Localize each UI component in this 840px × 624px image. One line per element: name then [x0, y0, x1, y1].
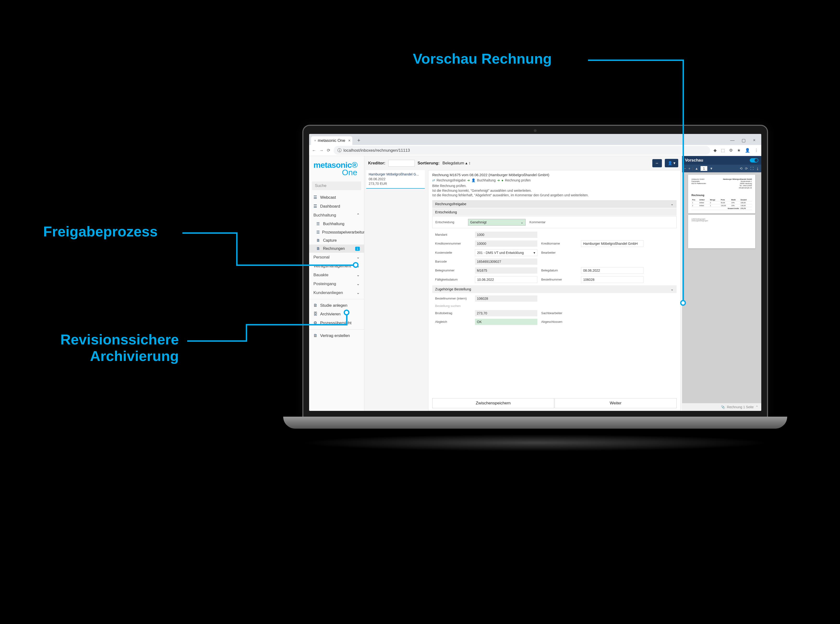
kreditorname-label: Kreditorname	[541, 242, 577, 245]
rotate-icon[interactable]: ⟲	[740, 167, 743, 170]
anno-dot	[353, 262, 358, 268]
kreditornummer-value: 10000	[475, 241, 537, 247]
invoice-list: Hamburger Möbelgroßhandel G... 08.06.202…	[364, 170, 427, 411]
ext-icon[interactable]: 👤	[745, 148, 750, 153]
bestellung-suchen-link[interactable]: Bestellung suchen	[435, 304, 471, 308]
back-icon[interactable]: ←	[312, 148, 316, 153]
pin-icon[interactable]: 📌	[680, 172, 681, 179]
sidebar-group-personal[interactable]: Personal⌄	[309, 253, 364, 262]
menu-icon[interactable]: ⋮	[754, 148, 758, 153]
sidebar-item-webcast[interactable]: ☰Webcast	[309, 193, 364, 202]
url-input[interactable]: ⓘ localhost/inboxes/rechnungen/11113	[334, 146, 710, 155]
reload-icon[interactable]: ⟳	[327, 148, 330, 153]
page-up-icon[interactable]: ▲	[693, 167, 698, 170]
sidebar-item-dashboard[interactable]: ☰Dashboard	[309, 202, 364, 211]
anno-line	[246, 324, 247, 342]
chevron-down-icon: ⌄	[670, 287, 674, 291]
download-icon[interactable]: ⭳	[756, 167, 759, 170]
faelligkeit-value[interactable]: 10.06.2022	[475, 276, 537, 283]
ext-icon[interactable]: ⚙	[729, 148, 733, 153]
abgleich-label: Abgleich	[435, 320, 471, 323]
preview-footer: 📎 Rechnung 1 Seite ⌃	[682, 403, 761, 411]
attachment-icon: 📎	[721, 405, 725, 409]
sidebar-group-posteingang[interactable]: Posteingang⌄	[309, 280, 364, 288]
sidebar-item-rechnungen[interactable]: 🗎Rechnungen1	[309, 244, 364, 253]
ext-icon[interactable]: ◆	[713, 148, 716, 153]
sortierung-value[interactable]: Belegdatum ▴ ↕	[442, 161, 471, 165]
chevron-up-icon: ⌃	[357, 213, 360, 218]
preview-toggle[interactable]	[750, 158, 758, 162]
entscheidung-select[interactable]: Genehmigt⌄	[468, 219, 526, 226]
new-tab-button[interactable]: +	[355, 136, 363, 145]
minimize-icon[interactable]: —	[730, 138, 734, 143]
chevron-down-icon: ⌄	[357, 255, 360, 259]
anno-line	[236, 264, 355, 266]
mandant-label: Mandant	[435, 233, 471, 236]
chevron-down-icon: ⌄	[357, 290, 360, 295]
belegdatum-label: Belegdatum	[541, 269, 577, 272]
sidebar-item-prozessuebersicht[interactable]: ⚙Prozessübersicht	[309, 318, 364, 327]
zoom-out-icon[interactable]: −	[684, 167, 686, 170]
workflow-breadcrumb: ⇄ Rechnungsfreigabe ➜ 👤 Buchhaltung ➜ ● …	[432, 178, 676, 182]
doc-page-1: metasonic GmbHParkstraße85276 Pfaffenhof…	[688, 175, 755, 213]
bestellnr-intern-value: 106028	[475, 295, 537, 302]
continue-button[interactable]: Weiter	[554, 398, 676, 408]
kostenstelle-select[interactable]: 201 - DMS VT und Entwicklung▾	[475, 249, 537, 256]
search-input[interactable]: Suche	[312, 181, 361, 190]
forward-icon[interactable]: →	[320, 148, 324, 153]
save-button[interactable]: Zwischenspeichern	[432, 398, 554, 408]
section-bestellung[interactable]: Zugehörige Bestellung⌄	[432, 285, 676, 293]
list-icon: ☰	[316, 221, 321, 226]
browser-toolbar: ← → ⟳ ⓘ localhost/inboxes/rechnungen/111…	[309, 145, 761, 156]
bestellnummer-label: Bestellnummer	[541, 278, 577, 281]
belegnummer-label: Belegnummer	[435, 269, 471, 272]
faelligkeit-label: Fälligkeitsdatum	[435, 278, 471, 281]
sidebar-item-capture[interactable]: 🗎Capture	[309, 236, 364, 244]
sidebar-item-prozessstapel[interactable]: ☰Prozessstapelverarbeitung	[309, 228, 364, 236]
list-item-date: 08.06.2022	[369, 177, 422, 182]
sidebar-group-buchhaltung[interactable]: Buchhaltung⌃	[309, 211, 364, 219]
ext-icon[interactable]: ⬚	[721, 148, 725, 153]
document-viewer[interactable]: metasonic GmbHParkstraße85276 Pfaffenhof…	[682, 172, 761, 403]
page-down-icon[interactable]: ▼	[710, 167, 713, 170]
document-icon: 🗎	[316, 247, 321, 251]
sidebar-item-archivieren[interactable]: 🗄Archivieren	[309, 310, 364, 318]
sidebar-item-studie[interactable]: 🗎Studie anlegen	[309, 301, 364, 310]
ext-icon[interactable]: ★	[737, 148, 741, 153]
app: metasonic® One Suche ☰Webcast ☰Dashboard…	[309, 156, 761, 411]
close-icon[interactable]: ×	[348, 139, 351, 143]
toolbar-button-1[interactable]: ↔	[652, 159, 662, 167]
logo: metasonic® One	[309, 159, 364, 181]
content-row: Hamburger Möbelgroßhandel G... 08.06.202…	[364, 170, 682, 411]
chevron-down-icon: ▾	[534, 251, 535, 255]
kreditor-input[interactable]	[388, 160, 415, 167]
zoom-in-icon[interactable]: +	[688, 167, 690, 170]
rotate-icon[interactable]: ⟳	[745, 167, 748, 170]
doc-page-2: LieferbedingungenZahlungsbedingungen	[688, 215, 755, 249]
list-item[interactable]: Hamburger Möbelgroßhandel G... 08.06.202…	[366, 170, 425, 188]
sidebar-item-buchhaltung[interactable]: ☰Buchhaltung	[309, 219, 364, 228]
anno-dot	[344, 310, 349, 315]
bearbeiter-label: Bearbeiter	[541, 251, 577, 255]
sidebar-item-vertrag-erstellen[interactable]: 🗎Vertrag erstellen	[309, 331, 364, 340]
mandant-value: 1000	[475, 232, 537, 238]
document-icon: 🗎	[313, 303, 318, 308]
maximize-icon[interactable]: ▢	[741, 138, 746, 143]
browser-tab[interactable]: ▫ metasonic One ×	[311, 136, 352, 145]
sidebar-group-bauakte[interactable]: Bauakte⌄	[309, 270, 364, 280]
belegnummer-value: M1675	[475, 267, 537, 273]
abgleich-value: OK	[475, 319, 537, 325]
document-icon: 🗎	[316, 238, 321, 242]
url-text: localhost/inboxes/rechnungen/11113	[343, 148, 410, 153]
toolbar-button-user[interactable]: 👤 ▾	[665, 159, 678, 167]
close-window-icon[interactable]: ×	[753, 138, 755, 143]
bruttobetrag-label: Bruttobetrag	[435, 311, 471, 315]
anno-line	[246, 324, 347, 326]
list-icon: ☰	[316, 230, 320, 235]
section-freigabe[interactable]: Rechnungsfreigabe⌄	[432, 200, 676, 208]
anno-line	[187, 340, 247, 342]
sidebar-group-kunden[interactable]: Kundenanliegen⌄	[309, 288, 364, 297]
chevron-up-icon[interactable]: ⌃	[755, 405, 758, 409]
arrow-icon: ➜	[467, 178, 470, 182]
fullscreen-icon[interactable]: ⛶	[750, 167, 754, 170]
